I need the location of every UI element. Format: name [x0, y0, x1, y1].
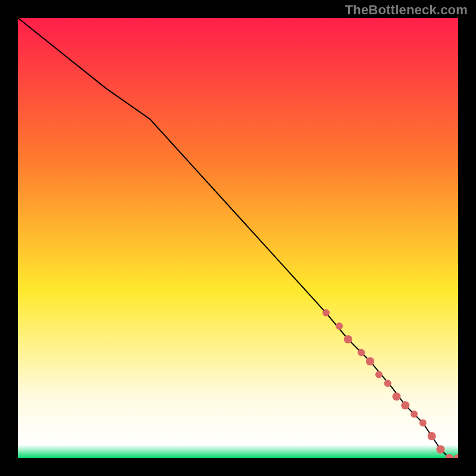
chart-svg: [18, 18, 458, 458]
marker-point: [411, 411, 418, 418]
marker-point: [428, 432, 436, 440]
marker-point: [384, 380, 392, 387]
marker-point: [322, 309, 330, 317]
watermark-text: TheBottleneck.com: [345, 2, 468, 18]
marker-point: [392, 392, 400, 400]
marker-point: [366, 357, 374, 365]
marker-point: [358, 349, 365, 356]
marker-point: [419, 419, 427, 427]
chart-stage: TheBottleneck.com: [0, 0, 476, 476]
gradient-background: [18, 18, 458, 458]
marker-point: [375, 371, 383, 378]
marker-point: [336, 322, 343, 330]
marker-point: [344, 335, 352, 343]
marker-point: [401, 401, 409, 409]
marker-point: [436, 445, 444, 453]
